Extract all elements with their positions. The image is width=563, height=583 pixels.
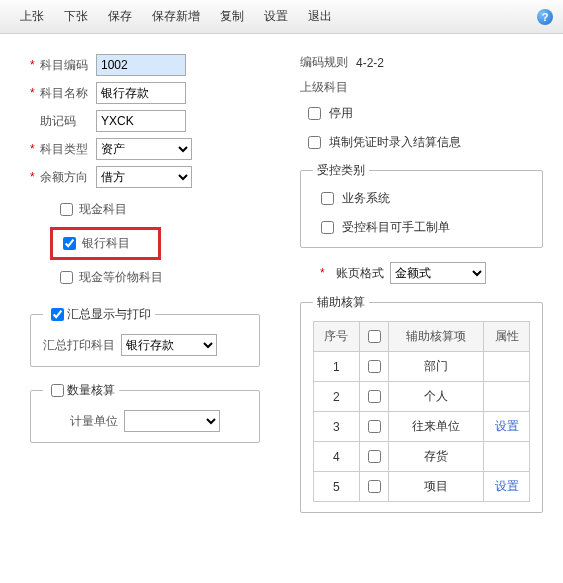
type-select[interactable]: 资产 [96,138,192,160]
name-input[interactable] [96,82,186,104]
controlled-legend: 受控类别 [313,162,369,179]
aux-row-checkbox[interactable] [368,420,381,433]
bank-highlight-box: 银行科目 [50,227,161,260]
manual-label: 受控科目可手工制单 [342,219,450,236]
toolbar: 上张 下张 保存 保存新增 复制 设置 退出 ? [0,0,563,34]
balance-select[interactable]: 借方 [96,166,192,188]
bank-label: 银行科目 [82,235,130,252]
help-icon[interactable]: ? [537,9,553,25]
qty-legend-checkbox[interactable] [51,384,64,397]
accfmt-select[interactable]: 金额式 [390,262,486,284]
unit-label: 计量单位 [70,413,118,430]
disabled-checkbox[interactable] [308,107,321,120]
aux-row-attr-link[interactable]: 设置 [495,479,519,493]
toolbar-settings[interactable]: 设置 [254,8,298,25]
cashlike-label: 现金等价物科目 [79,269,163,286]
bank-checkbox[interactable] [63,237,76,250]
mnemonic-input[interactable] [96,110,186,132]
toolbar-exit[interactable]: 退出 [298,8,342,25]
cashlike-checkbox[interactable] [60,271,73,284]
settle-checkbox[interactable] [308,136,321,149]
settle-label: 填制凭证时录入结算信息 [329,134,461,151]
aux-table: 序号 辅助核算项 属性 1 部门 2 [313,321,530,502]
toolbar-copy[interactable]: 复制 [210,8,254,25]
mnemonic-label: 助记码 [40,113,96,130]
aux-row: 3 往来单位 设置 [314,412,530,442]
parent-label: 上级科目 [300,79,348,96]
type-label: 科目类型 [40,141,96,158]
aux-fieldset: 辅助核算 序号 辅助核算项 属性 1 部门 [300,294,543,513]
code-label: 科目编码 [40,57,96,74]
cash-checkbox[interactable] [60,203,73,216]
summary-legend-checkbox[interactable] [51,308,64,321]
aux-th-chk [359,322,388,352]
code-rule-label: 编码规则 [300,54,348,71]
aux-row: 1 部门 [314,352,530,382]
qty-legend: 数量核算 [67,382,115,399]
code-rule-value: 4-2-2 [356,56,384,70]
accfmt-label: 账页格式 [336,265,384,282]
toolbar-save[interactable]: 保存 [98,8,142,25]
aux-row: 2 个人 [314,382,530,412]
summary-legend: 汇总显示与打印 [67,306,151,323]
aux-th-item: 辅助核算项 [388,322,484,352]
code-input[interactable] [96,54,186,76]
toolbar-prev[interactable]: 上张 [10,8,54,25]
disabled-label: 停用 [329,105,353,122]
cash-label: 现金科目 [79,201,127,218]
aux-th-attr: 属性 [484,322,530,352]
manual-checkbox[interactable] [321,221,334,234]
aux-row: 5 项目 设置 [314,472,530,502]
unit-select[interactable] [124,410,220,432]
biz-checkbox[interactable] [321,192,334,205]
controlled-fieldset: 受控类别 业务系统 受控科目可手工制单 [300,162,543,248]
aux-row-checkbox[interactable] [368,390,381,403]
toolbar-next[interactable]: 下张 [54,8,98,25]
name-label: 科目名称 [40,85,96,102]
aux-row-checkbox[interactable] [368,480,381,493]
aux-row-attr-link[interactable]: 设置 [495,419,519,433]
summary-fieldset: 汇总显示与打印 汇总打印科目 银行存款 [30,305,260,367]
summary-print-label: 汇总打印科目 [43,337,115,354]
aux-row-checkbox[interactable] [368,360,381,373]
qty-fieldset: 数量核算 计量单位 [30,381,260,443]
aux-th-no: 序号 [314,322,360,352]
summary-print-select[interactable]: 银行存款 [121,334,217,356]
balance-label: 余额方向 [40,169,96,186]
toolbar-save-new[interactable]: 保存新增 [142,8,210,25]
aux-row-checkbox[interactable] [368,450,381,463]
aux-row: 4 存货 [314,442,530,472]
aux-header-checkbox[interactable] [368,330,381,343]
aux-legend: 辅助核算 [313,294,369,311]
biz-label: 业务系统 [342,190,390,207]
